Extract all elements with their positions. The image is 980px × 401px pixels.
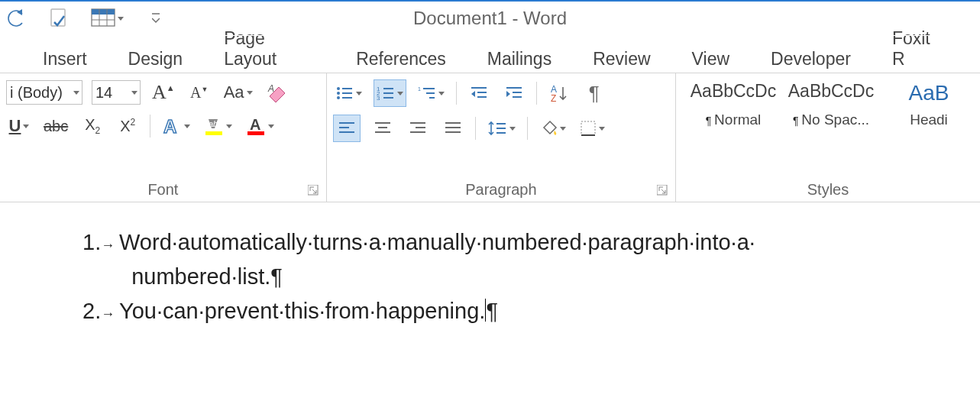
subscript-button[interactable]: X2 — [79, 113, 105, 139]
tab-mailings[interactable]: Mailings — [483, 46, 556, 73]
undo-button[interactable] — [3, 5, 29, 31]
outdent-icon — [470, 85, 488, 102]
group-styles: AaBbCcDc ¶ Normal AaBbCcDc ¶ No Spac... … — [676, 73, 980, 202]
style-no-spacing[interactable]: AaBbCcDc ¶ No Spac... — [786, 81, 876, 128]
borders-button[interactable] — [577, 115, 607, 141]
align-center-button[interactable] — [370, 115, 396, 141]
text-effects-button[interactable]: A — [160, 113, 192, 139]
eraser-icon: A — [267, 82, 288, 102]
change-case-button[interactable]: Aa — [222, 79, 255, 105]
bullets-button[interactable] — [333, 80, 364, 106]
font-color-icon: A — [246, 116, 266, 136]
svg-text:ab: ab — [209, 119, 218, 128]
strikethrough-button[interactable]: abc — [41, 113, 70, 139]
justify-button[interactable] — [440, 115, 466, 141]
svg-point-14 — [337, 87, 340, 90]
multilevel-list-button[interactable]: 1 — [416, 80, 447, 106]
numbering-button[interactable]: 123 — [374, 79, 406, 107]
group-label-paragraph: Paragraph — [465, 181, 536, 199]
qat-customize[interactable] — [143, 5, 169, 31]
decrease-indent-button[interactable] — [466, 80, 492, 106]
font-size-combo[interactable] — [92, 80, 141, 105]
svg-rect-2 — [92, 9, 115, 15]
font-name-combo[interactable] — [6, 80, 82, 105]
page-check-icon — [49, 7, 69, 30]
line-spacing-button[interactable] — [485, 115, 518, 141]
show-hide-button[interactable]: ¶ — [581, 80, 607, 106]
svg-rect-12 — [247, 131, 264, 135]
svg-rect-10 — [205, 131, 222, 135]
document-body[interactable]: 1.→ Word·automatically·turns·a·manually·… — [0, 202, 980, 328]
font-color-button[interactable]: A — [244, 113, 277, 139]
tab-references[interactable]: References — [351, 46, 451, 73]
group-font: A▲ A▼ Aa A U abc X2 X2 A ab — [0, 73, 327, 202]
font-name-input[interactable] — [7, 82, 68, 103]
text-effects-icon: A — [162, 116, 182, 136]
align-right-button[interactable] — [405, 115, 431, 141]
underline-button[interactable]: U — [6, 113, 32, 139]
style-normal[interactable]: AaBbCcDc ¶ Normal — [688, 81, 778, 128]
clear-formatting-button[interactable]: A — [264, 79, 290, 105]
paint-bucket-icon — [539, 120, 558, 137]
style-heading1[interactable]: AaB Headi — [884, 81, 974, 128]
align-left-button[interactable] — [333, 115, 361, 142]
borders-icon — [580, 120, 597, 137]
group-label-font: Font — [147, 181, 178, 199]
svg-rect-53 — [581, 121, 595, 135]
list-item: 1.→ Word·automatically·turns·a·manually·… — [82, 225, 980, 294]
indent-icon — [505, 85, 523, 102]
ribbon-tabs: Insert Design Page Layout References Mai… — [0, 36, 980, 73]
superscript-button[interactable]: X2 — [115, 113, 141, 139]
customize-icon — [152, 11, 160, 26]
align-center-icon — [374, 121, 392, 136]
svg-text:A: A — [163, 116, 176, 136]
table-icon — [91, 8, 115, 28]
word-window: Document1 - Word Insert Design Page Layo… — [0, 0, 980, 401]
svg-text:1: 1 — [418, 86, 421, 92]
svg-point-16 — [337, 92, 340, 95]
justify-icon — [444, 121, 462, 136]
numbering-icon: 123 — [377, 85, 395, 102]
tab-developer[interactable]: Developer — [766, 46, 855, 73]
svg-point-18 — [337, 96, 340, 99]
sort-icon: AZ — [551, 84, 568, 102]
shrink-font-button[interactable]: A▼ — [186, 79, 212, 105]
align-left-icon — [338, 121, 356, 136]
shading-button[interactable] — [537, 115, 568, 141]
tab-insert[interactable]: Insert — [38, 46, 92, 73]
group-label-styles: Styles — [807, 181, 849, 199]
ribbon: A▲ A▼ Aa A U abc X2 X2 A ab — [0, 73, 980, 202]
highlight-icon: ab — [204, 116, 224, 136]
sort-button[interactable]: AZ — [546, 80, 572, 106]
list-item: 2.→ You·can·prevent·this·from·happening.… — [82, 294, 980, 328]
highlight-button[interactable]: ab — [202, 113, 234, 139]
align-right-icon — [409, 121, 427, 136]
bullets-icon — [335, 85, 354, 102]
svg-text:A: A — [250, 116, 260, 133]
tab-view[interactable]: View — [687, 46, 734, 73]
multilevel-icon: 1 — [418, 85, 436, 102]
svg-text:3: 3 — [377, 95, 380, 102]
font-dialog-launcher[interactable] — [308, 185, 319, 196]
paragraph-text[interactable]: Word·automatically·turns·a·manually·numb… — [119, 225, 755, 294]
spelling-button[interactable] — [46, 5, 72, 31]
table-quick-button[interactable] — [89, 5, 126, 31]
font-size-input[interactable] — [92, 82, 126, 103]
quick-access-toolbar: Document1 - Word — [0, 2, 980, 36]
paragraph-dialog-launcher[interactable] — [657, 185, 668, 196]
tab-design[interactable]: Design — [124, 46, 188, 73]
increase-indent-button[interactable] — [501, 80, 527, 106]
grow-font-button[interactable]: A▲ — [150, 79, 177, 105]
svg-text:Z: Z — [551, 93, 556, 102]
tab-review[interactable]: Review — [588, 46, 655, 73]
undo-icon — [5, 8, 27, 29]
group-paragraph: 123 1 AZ ¶ — [327, 73, 676, 202]
paragraph-text[interactable]: You·can·prevent·this·from·happening.¶ — [119, 294, 498, 328]
svg-text:A: A — [267, 83, 274, 94]
line-spacing-icon — [487, 120, 507, 137]
